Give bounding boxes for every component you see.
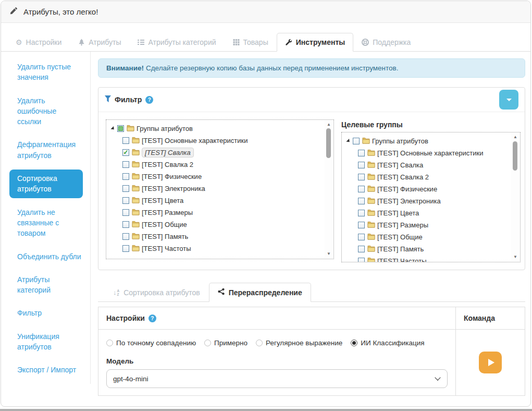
scroll-up-icon[interactable]: ▲ xyxy=(511,134,519,140)
tree-node-label[interactable]: [TEST] Свалка 2 xyxy=(142,161,193,168)
radio-icon[interactable] xyxy=(106,340,113,346)
tree-checkbox[interactable] xyxy=(122,197,129,204)
tree-node-label[interactable]: [TEST] Основные характеристики xyxy=(377,149,483,157)
tree-checkbox[interactable] xyxy=(122,245,129,252)
tree-node[interactable]: [TEST] Частоты xyxy=(345,255,509,262)
tree-node[interactable]: [TEST] Размеры xyxy=(109,207,322,219)
tab-category-attributes[interactable]: Атрибуты категорий xyxy=(129,33,224,52)
tree-checkbox[interactable] xyxy=(117,125,124,132)
tree-node-label[interactable]: [TEST] Цвета xyxy=(377,209,419,217)
subtab-sort-attributes[interactable]: ↓AZ Сортировка атрибутов xyxy=(104,283,209,302)
radio-icon[interactable] xyxy=(256,340,263,346)
sidebar-item-merge-duplicates[interactable]: Объединить дубли xyxy=(9,248,83,265)
tree-node[interactable]: [TEST] Основные характеристики xyxy=(345,147,509,159)
tree-node[interactable]: [TEST] Физические xyxy=(345,183,509,195)
tree-node-label[interactable]: [TEST] Частоты xyxy=(377,257,427,262)
sidebar-item-filter[interactable]: Фильтр xyxy=(9,304,83,322)
sidebar-item-export-import[interactable]: Экспорт / Импорт xyxy=(9,361,83,379)
tree-checkbox[interactable] xyxy=(122,161,129,168)
question-circle-icon[interactable]: ? xyxy=(145,96,153,104)
tree-checkbox-checked[interactable] xyxy=(122,149,129,156)
radio-approximate[interactable]: Примерно xyxy=(204,339,248,347)
tree-node-root[interactable]: Группы атрибутов xyxy=(109,123,322,135)
run-button[interactable] xyxy=(479,352,502,373)
sidebar-item-remove-unlinked[interactable]: Удалить не связанные с товаром xyxy=(9,203,83,243)
sidebar-item-unification[interactable]: Унификация атрибутов xyxy=(9,328,83,356)
tree-node-label[interactable]: Группы атрибутов xyxy=(372,137,428,145)
radio-icon-selected[interactable] xyxy=(351,340,357,346)
tree-node-label[interactable]: [TEST] Память xyxy=(142,233,188,240)
tab-tools[interactable]: Инструменты xyxy=(277,33,354,52)
tree-node[interactable]: [TEST] Общие xyxy=(345,231,509,243)
tree-expand-toggle-icon[interactable] xyxy=(109,127,117,130)
sidebar-item-category-attributes[interactable]: Атрибуты категорий xyxy=(9,271,83,299)
tab-support[interactable]: Поддержка xyxy=(353,33,419,52)
tab-products[interactable]: Товары xyxy=(225,33,277,52)
scroll-down-icon[interactable]: ▼ xyxy=(511,254,519,260)
tree-checkbox[interactable] xyxy=(358,174,365,180)
tree-checkbox[interactable] xyxy=(122,233,129,240)
model-select[interactable]: gpt-4o-mini xyxy=(106,369,448,388)
tree-node[interactable]: [TEST] Электроника xyxy=(345,195,509,207)
tree-checkbox[interactable] xyxy=(358,210,365,216)
tree-node-label[interactable]: [TEST] Физические xyxy=(377,185,437,193)
tree-node-label[interactable]: [TEST] Цвета xyxy=(142,197,183,204)
tree-node-label[interactable]: [TEST] Память xyxy=(377,245,424,253)
tree-node-label[interactable]: [TEST] Электроника xyxy=(142,185,205,192)
tree-node-label[interactable]: [TEST] Свалка xyxy=(377,161,423,169)
scroll-up-icon[interactable]: ▲ xyxy=(325,122,333,128)
tree-node[interactable]: [TEST] Частоты xyxy=(109,243,322,255)
tree-checkbox[interactable] xyxy=(358,234,365,240)
tree-node-label[interactable]: [TEST] Основные характеристики xyxy=(142,137,248,144)
tree-checkbox[interactable] xyxy=(353,138,360,144)
tree-node-selected[interactable]: [TEST] Свалка xyxy=(109,147,322,159)
sidebar-item-remove-empty-values[interactable]: Удалить пустые значения xyxy=(9,58,83,87)
tree-node-label[interactable]: [TEST] Электроника xyxy=(377,197,441,205)
radio-ai-classification[interactable]: ИИ Классификация xyxy=(351,339,424,347)
tree-node[interactable]: [TEST] Свалка 2 xyxy=(109,159,322,171)
scrollbar[interactable]: ▲ ▼ xyxy=(511,133,519,261)
tree-node-label[interactable]: [TEST] Свалка xyxy=(142,148,194,158)
tree-checkbox[interactable] xyxy=(122,173,129,180)
scrollbar[interactable]: ▲ ▼ xyxy=(325,120,333,258)
tree-node[interactable]: [TEST] Цвета xyxy=(109,195,322,207)
tree-checkbox[interactable] xyxy=(358,150,365,156)
tree-node-label[interactable]: [TEST] Физические xyxy=(142,173,202,180)
tree-node[interactable]: [TEST] Цвета xyxy=(345,207,509,219)
tree-node[interactable]: [TEST] Память xyxy=(109,231,322,243)
sidebar-item-remove-broken-links[interactable]: Удалить ошибочные ссылки xyxy=(9,92,83,131)
tree-node[interactable]: [TEST] Память xyxy=(345,243,509,255)
tree-node-label[interactable]: [TEST] Размеры xyxy=(142,209,193,216)
tree-checkbox[interactable] xyxy=(122,209,129,216)
tree-checkbox[interactable] xyxy=(358,222,365,228)
tree-checkbox[interactable] xyxy=(122,137,129,144)
tree-checkbox[interactable] xyxy=(358,246,365,252)
radio-regex[interactable]: Регулярное выражение xyxy=(256,339,342,347)
sidebar-item-sort-attributes[interactable]: Сортировка атрибутов xyxy=(9,170,83,198)
question-circle-icon[interactable]: ? xyxy=(149,315,156,322)
tree-node[interactable]: [TEST] Основные характеристики xyxy=(109,135,322,147)
tree-checkbox[interactable] xyxy=(358,162,365,168)
scrollbar-thumb[interactable] xyxy=(326,128,331,158)
collapse-filter-button[interactable] xyxy=(499,90,518,110)
tree-node[interactable]: [TEST] Электроника xyxy=(109,183,322,195)
tree-node-label[interactable]: Группы атрибутов xyxy=(137,125,193,132)
tree-node-label[interactable]: [TEST] Общие xyxy=(377,233,423,241)
subtab-redistribution[interactable]: Перераспределение xyxy=(209,283,311,302)
tree-node-root[interactable]: Группы атрибутов xyxy=(345,135,509,147)
tree-checkbox[interactable] xyxy=(358,258,365,262)
tree-checkbox[interactable] xyxy=(358,186,365,192)
tree-node-label[interactable]: [TEST] Частоты xyxy=(142,245,191,252)
tree-checkbox[interactable] xyxy=(122,185,129,192)
tree-expand-toggle-icon[interactable] xyxy=(345,140,352,142)
tree-node[interactable]: [TEST] Физические xyxy=(109,171,322,183)
scroll-down-icon[interactable]: ▼ xyxy=(325,251,333,257)
tree-node-label[interactable]: [TEST] Общие xyxy=(142,221,187,228)
sidebar-item-defragmentation[interactable]: Дефрагментация атрибутов xyxy=(9,136,83,164)
tree-node[interactable]: [TEST] Размеры xyxy=(345,219,509,231)
tab-attributes[interactable]: Атрибуты xyxy=(70,33,129,52)
tree-node[interactable]: [TEST] Общие xyxy=(109,219,322,231)
scrollbar-thumb[interactable] xyxy=(513,141,517,171)
tab-settings[interactable]: ⚙ Настройки xyxy=(7,33,70,52)
tree-checkbox[interactable] xyxy=(122,221,129,228)
